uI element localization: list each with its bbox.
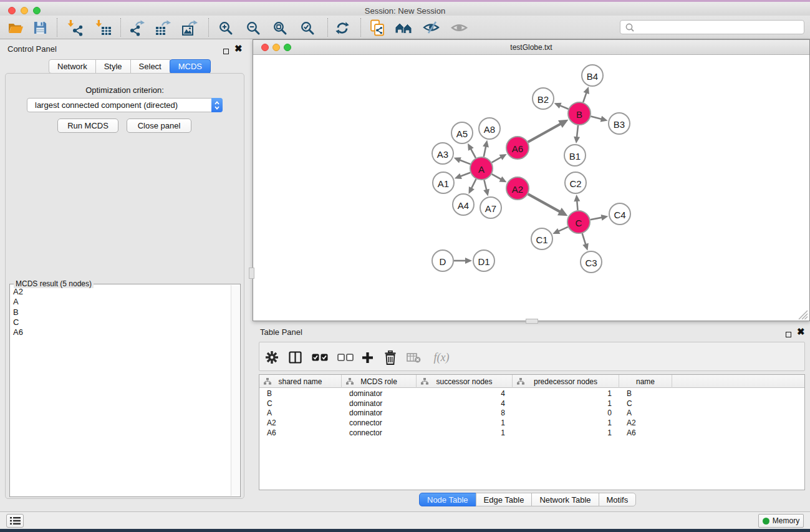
network-graph-canvas[interactable]: B4B2BB3A5A8A6A3B1AA1C2A2A4A7CC4C1C3DD1 [254, 55, 809, 321]
tab-style[interactable]: Style [95, 59, 131, 74]
graph-edge-A6-B[interactable] [528, 124, 561, 142]
select-all-checkboxes-button[interactable] [310, 348, 330, 367]
add-row-button[interactable] [357, 348, 377, 367]
table-cell: 1 [513, 389, 619, 398]
left-splitter-grip[interactable] [249, 268, 254, 279]
hide-panels-button[interactable] [420, 19, 441, 36]
table-row[interactable]: Bdominator41B [259, 389, 804, 399]
tab-network-table[interactable]: Network Table [531, 493, 599, 506]
run-mcds-button[interactable]: Run MCDS [57, 118, 118, 133]
graph-arrowhead [465, 258, 472, 264]
graph-node-label: A4 [458, 200, 469, 211]
table-cell: 0 [513, 409, 619, 417]
save-session-button[interactable] [29, 19, 51, 36]
graph-edge-A-A3[interactable] [460, 160, 470, 164]
graph-edge-A-A5[interactable] [471, 148, 476, 158]
delete-rows-button[interactable] [380, 348, 400, 367]
export-image-button[interactable] [179, 19, 200, 36]
tab-motifs[interactable]: Motifs [599, 493, 637, 506]
search-input[interactable] [638, 21, 804, 34]
graph-edge-A-A1[interactable] [460, 173, 470, 177]
save-icon [33, 21, 47, 35]
graph-edge-A-A6[interactable] [492, 157, 501, 163]
table-row[interactable]: A6connector11A6 [259, 428, 804, 438]
table-columns-button[interactable] [285, 348, 305, 367]
task-history-button[interactable] [6, 514, 24, 528]
memory-button[interactable]: Memory [758, 514, 804, 528]
mcds-result-item[interactable]: A [13, 297, 230, 307]
column-header-MCDS-role[interactable]: MCDS role [342, 375, 417, 388]
close-panel-button[interactable]: Close panel [127, 118, 191, 133]
export-table-button[interactable] [152, 19, 173, 36]
graph-arrowhead [454, 157, 461, 163]
tab-node-table[interactable]: Node Table [419, 493, 476, 506]
graph-edge-A-A4[interactable] [471, 179, 476, 188]
table-row[interactable]: Adominator80A [259, 408, 804, 418]
zoom-out-button[interactable] [243, 19, 264, 36]
graph-edge-C-C1[interactable] [558, 227, 567, 231]
table-row[interactable]: A2connector11A2 [259, 418, 804, 428]
column-header-successor-nodes[interactable]: successor nodes [417, 375, 513, 388]
graph-arrowhead [600, 116, 608, 122]
column-header-predecessor-nodes[interactable]: predecessor nodes [513, 375, 619, 388]
column-header-shared-name[interactable]: shared name [259, 375, 342, 388]
graph-edge-B-B2[interactable] [560, 105, 569, 109]
show-all-networks-button[interactable] [393, 19, 415, 36]
search-field[interactable] [620, 20, 804, 34]
graph-edge-B-B4[interactable] [583, 92, 586, 102]
tab-network[interactable]: Network [49, 59, 96, 74]
graph-edge-C-C3[interactable] [582, 233, 586, 244]
mcds-result-item[interactable]: A6 [13, 327, 230, 337]
mcds-result-list[interactable]: A2ABCA6 [11, 287, 230, 495]
import-network-button[interactable] [65, 19, 86, 36]
bottom-splitter-grip[interactable] [526, 319, 538, 324]
table-panel-close-icon[interactable]: ✖ [797, 329, 805, 335]
graph-edge-A2-C[interactable] [528, 194, 561, 211]
zoom-in-button[interactable] [215, 19, 236, 36]
graph-node-label: B4 [587, 71, 598, 82]
table-cell: dominator [342, 399, 417, 408]
table-cell: A6 [619, 428, 672, 437]
control-panel-float-icon[interactable] [223, 46, 229, 57]
mcds-result-item[interactable]: B [13, 307, 230, 317]
desktop-wallpaper-strip-bottom [0, 529, 810, 532]
zoom-fit-button[interactable] [269, 19, 291, 36]
zoom-fit-icon [272, 21, 287, 36]
tab-edge-table[interactable]: Edge Table [476, 493, 533, 506]
graph-edge-B-B3[interactable] [591, 117, 601, 119]
mcds-result-item[interactable]: C [13, 317, 230, 327]
criterion-dropdown[interactable]: largest connected component (directed) [27, 98, 223, 112]
mcds-result-scrollbar[interactable] [231, 285, 239, 496]
table-settings-button[interactable] [262, 348, 282, 367]
table-row[interactable]: Cdominator41C [259, 399, 804, 409]
graph-edge-A-A8[interactable] [484, 146, 486, 157]
graph-edge-A-A2[interactable] [492, 174, 501, 179]
network-window-titlebar[interactable]: testGlobe.txt [253, 40, 809, 55]
deselect-all-checkboxes-button[interactable] [335, 348, 355, 367]
toolbar-separator [208, 18, 209, 37]
table-cell: 8 [417, 409, 513, 417]
zoom-selected-button[interactable] [297, 19, 318, 36]
tab-select[interactable]: Select [130, 59, 170, 74]
open-file-button[interactable] [5, 19, 26, 36]
export-table-icon [155, 19, 171, 36]
graph-edge-B-B1[interactable] [577, 125, 578, 137]
refresh-button[interactable] [332, 19, 353, 36]
canvas-resize-grip[interactable] [805, 317, 808, 320]
column-header-name[interactable]: name [619, 375, 672, 388]
show-panels-button[interactable] [448, 19, 470, 36]
graph-edge-A-A7[interactable] [484, 180, 486, 190]
graph-node-label: D [440, 256, 446, 267]
table-cell: dominator [342, 409, 417, 417]
graph-edge-C-C4[interactable] [591, 218, 602, 220]
export-network-button[interactable] [126, 19, 147, 36]
import-table-button[interactable] [93, 19, 114, 36]
table-panel-float-icon[interactable] [786, 329, 791, 340]
mcds-result-item[interactable]: A2 [13, 287, 230, 297]
canvas-resize-grip[interactable] [802, 314, 808, 319]
table-toolbar: f(x) [259, 342, 805, 371]
control-panel-close-icon[interactable]: ✖ [234, 46, 243, 52]
tab-mcds[interactable]: MCDS [170, 59, 211, 74]
duplicate-network-button[interactable] [367, 19, 388, 36]
graph-edge-C-C2[interactable] [577, 201, 577, 210]
